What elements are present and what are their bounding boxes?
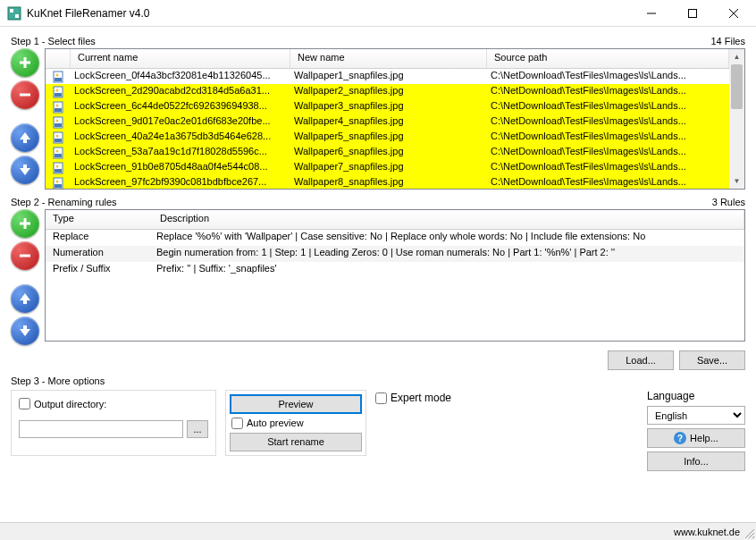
scroll-thumb[interactable] <box>731 64 743 109</box>
move-file-down-button[interactable] <box>11 156 39 184</box>
expert-mode-label: Expert mode <box>391 392 451 404</box>
resize-grip[interactable] <box>743 527 754 538</box>
file-current-name: LockScreen_9d017e0ac2e01d6f683e20fbe... <box>71 114 290 130</box>
expert-mode-checkbox[interactable]: Expert mode <box>375 392 451 404</box>
svg-point-30 <box>56 165 59 167</box>
file-row[interactable]: LockScreen_53a7aa19c1d7f18028d5596c...Wa… <box>46 145 729 160</box>
auto-preview-checkbox[interactable]: Auto preview <box>230 418 362 429</box>
file-row[interactable]: LockScreen_97fc2bf9390c081bdbfbce267...W… <box>46 175 729 189</box>
load-rules-button[interactable]: Load... <box>608 350 674 370</box>
rules-table[interactable]: Type Description ReplaceReplace '%o%' wi… <box>45 209 745 342</box>
column-new-name[interactable]: New name <box>290 49 487 68</box>
file-type-icon <box>46 130 71 145</box>
auto-preview-label: Auto preview <box>247 418 304 428</box>
step2-header: Step 2 - Renaming rules 3 Rules <box>11 197 745 207</box>
file-type-icon <box>46 175 71 189</box>
maximize-button[interactable] <box>672 0 713 27</box>
file-new-name: Wallpaper5_snapfiles.jpg <box>290 130 487 145</box>
file-current-name: LockScreen_6c44de0522fc692639694938... <box>71 99 290 114</box>
file-source-path: C:\NetDownload\TestFiles\Images\ls\Lands… <box>487 99 729 114</box>
output-directory-checkbox[interactable]: Output directory: <box>19 398 106 409</box>
status-url[interactable]: www.kuknet.de <box>674 527 740 537</box>
step1-count: 14 Files <box>710 36 745 46</box>
window-title: KuKnet FileRenamer v4.0 <box>27 7 631 20</box>
svg-rect-23 <box>55 139 62 142</box>
rule-type: Prefix / Suffix <box>46 262 153 278</box>
svg-point-33 <box>56 180 59 182</box>
add-rule-button[interactable] <box>11 209 39 238</box>
file-new-name: Wallpaper4_snapfiles.jpg <box>290 114 487 130</box>
scroll-down-icon[interactable]: ▼ <box>729 173 744 189</box>
svg-rect-32 <box>55 184 62 188</box>
svg-rect-29 <box>55 169 62 173</box>
file-current-name: LockScreen_2d290acabd2cd3184d5a6a31... <box>71 84 290 99</box>
svg-point-24 <box>56 134 59 137</box>
output-directory-check[interactable] <box>19 398 30 409</box>
rule-row[interactable]: ReplaceReplace '%o%' with 'Wallpaper' | … <box>46 230 744 246</box>
file-source-path: C:\NetDownload\TestFiles\Images\ls\Lands… <box>487 114 729 130</box>
add-files-button[interactable] <box>11 48 39 77</box>
file-row[interactable]: LockScreen_0f44a3bcf32081e4b11326045...W… <box>46 69 729 84</box>
file-type-icon <box>46 145 71 160</box>
remove-rule-button[interactable] <box>11 241 39 270</box>
move-rule-down-button[interactable] <box>11 316 39 345</box>
help-icon: ? <box>674 432 686 444</box>
svg-rect-4 <box>689 9 697 17</box>
column-description[interactable]: Description <box>153 210 744 229</box>
svg-line-39 <box>752 536 754 538</box>
column-current-name[interactable]: Current name <box>71 49 290 68</box>
svg-rect-20 <box>55 123 62 127</box>
svg-rect-17 <box>55 108 62 112</box>
step1-header: Step 1 - Select files 14 Files <box>11 36 745 46</box>
files-scrollbar[interactable]: ▲ ▼ <box>729 49 744 189</box>
column-type[interactable]: Type <box>46 210 153 229</box>
file-row[interactable]: LockScreen_2d290acabd2cd3184d5a6a31...Wa… <box>46 84 729 99</box>
step3-header: Step 3 - More options <box>11 375 745 386</box>
svg-point-18 <box>56 104 59 106</box>
move-rule-up-button[interactable] <box>11 284 39 313</box>
scroll-up-icon[interactable]: ▲ <box>729 49 744 64</box>
move-file-up-button[interactable] <box>11 123 39 152</box>
file-new-name: Wallpaper8_snapfiles.jpg <box>290 175 487 189</box>
file-source-path: C:\NetDownload\TestFiles\Images\ls\Lands… <box>487 69 729 84</box>
file-source-path: C:\NetDownload\TestFiles\Images\ls\Lands… <box>487 145 729 160</box>
info-button[interactable]: Info... <box>647 451 745 471</box>
minimize-button[interactable] <box>631 0 672 27</box>
browse-output-button[interactable]: ... <box>187 420 208 438</box>
auto-preview-check[interactable] <box>231 418 243 429</box>
rule-description: Begin numeration from: 1 | Step: 1 | Lea… <box>153 246 744 262</box>
svg-rect-11 <box>55 78 62 81</box>
language-select[interactable]: English <box>647 406 745 425</box>
output-directory-label: Output directory: <box>34 399 106 409</box>
file-row[interactable]: LockScreen_40a24e1a3675db3d5464e628...Wa… <box>46 130 729 145</box>
expert-mode-check[interactable] <box>375 392 387 404</box>
file-new-name: Wallpaper1_snapfiles.jpg <box>290 69 487 84</box>
svg-rect-1 <box>10 9 13 13</box>
output-directory-group: Output directory: ... <box>11 390 216 456</box>
statusbar: www.kuknet.de <box>0 522 756 540</box>
preview-group: Preview Auto preview Start rename <box>225 390 366 456</box>
file-type-icon <box>46 160 71 175</box>
start-rename-button[interactable]: Start rename <box>230 433 362 451</box>
svg-point-15 <box>56 89 59 91</box>
column-source-path[interactable]: Source path <box>487 49 729 68</box>
rule-row[interactable]: NumerationBegin numeration from: 1 | Ste… <box>46 246 744 262</box>
file-type-icon <box>46 84 71 99</box>
output-directory-input[interactable] <box>19 420 183 438</box>
file-new-name: Wallpaper3_snapfiles.jpg <box>290 99 487 114</box>
close-button[interactable] <box>713 0 754 27</box>
preview-button[interactable]: Preview <box>230 394 362 414</box>
file-new-name: Wallpaper2_snapfiles.jpg <box>290 84 487 99</box>
column-icon[interactable] <box>46 49 71 68</box>
file-new-name: Wallpaper7_snapfiles.jpg <box>290 160 487 175</box>
file-row[interactable]: LockScreen_6c44de0522fc692639694938...Wa… <box>46 99 729 114</box>
remove-files-button[interactable] <box>11 80 39 109</box>
rule-row[interactable]: Prefix / SuffixPrefix: '' | Suffix: '_sn… <box>46 262 744 278</box>
file-current-name: LockScreen_97fc2bf9390c081bdbfbce267... <box>71 175 290 189</box>
file-row[interactable]: LockScreen_91b0e8705d48aa0f4e544c08...Wa… <box>46 160 729 175</box>
file-row[interactable]: LockScreen_9d017e0ac2e01d6f683e20fbe...W… <box>46 114 729 130</box>
save-rules-button[interactable]: Save... <box>679 350 745 370</box>
help-button[interactable]: ? Help... <box>647 428 745 448</box>
file-new-name: Wallpaper6_snapfiles.jpg <box>290 145 487 160</box>
files-table[interactable]: Current name New name Source path LockSc… <box>45 48 745 190</box>
